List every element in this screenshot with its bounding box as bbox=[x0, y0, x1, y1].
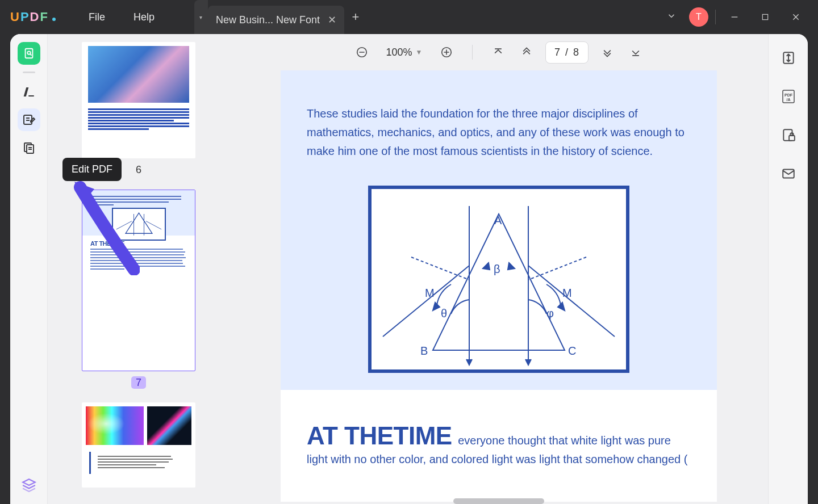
window-controls: T bbox=[656, 5, 818, 29]
zoom-level-display[interactable]: 100%▼ bbox=[386, 47, 423, 58]
svg-marker-38 bbox=[483, 263, 490, 270]
protect-button[interactable] bbox=[777, 124, 800, 146]
edit-pdf-button[interactable] bbox=[18, 108, 40, 131]
svg-marker-29 bbox=[433, 214, 565, 350]
zoom-out-button[interactable] bbox=[352, 43, 372, 62]
thumbnail-label-7: 7 bbox=[66, 377, 211, 389]
titlebar: UPDF File Help ▾ New Busin... New Font ✕… bbox=[0, 0, 818, 34]
prev-page-button[interactable] bbox=[517, 43, 536, 62]
page-heading: AT THETIME bbox=[307, 422, 452, 450]
tab-area: ▾ New Busin... New Font ✕ + bbox=[194, 0, 367, 34]
intro-paragraph: These studies laid the foundation for th… bbox=[307, 104, 691, 161]
svg-marker-37 bbox=[558, 303, 565, 310]
diagram-label-M1: M bbox=[425, 287, 435, 300]
svg-rect-45 bbox=[789, 136, 795, 141]
thumbnail-page-8[interactable] bbox=[82, 402, 195, 488]
comment-tool-button[interactable] bbox=[18, 80, 40, 103]
annotation-arrow bbox=[72, 179, 140, 275]
diagram-label-M2: M bbox=[562, 287, 572, 300]
tab-title: New Busin... New Font bbox=[216, 14, 320, 26]
page-number-input[interactable]: 7 / 8 bbox=[545, 41, 589, 64]
svg-line-35 bbox=[528, 257, 586, 280]
svg-marker-39 bbox=[508, 263, 515, 270]
divider bbox=[715, 10, 716, 24]
convert-button[interactable] bbox=[777, 47, 800, 69]
chevron-down-icon[interactable] bbox=[666, 11, 677, 23]
tab-dropdown-trigger[interactable]: ▾ bbox=[194, 0, 208, 34]
main-menu: File Help bbox=[66, 11, 177, 23]
page-blue-band: These studies laid the foundation for th… bbox=[281, 70, 717, 390]
pdfa-button[interactable]: PDF/A bbox=[777, 85, 800, 108]
svg-text:PDF: PDF bbox=[784, 93, 793, 97]
diagram-label-theta: θ bbox=[441, 307, 447, 320]
svg-rect-4 bbox=[25, 49, 32, 58]
share-button[interactable] bbox=[777, 162, 800, 185]
divider bbox=[472, 45, 473, 60]
organize-pages-button[interactable] bbox=[18, 137, 40, 159]
close-window-button[interactable] bbox=[784, 5, 808, 29]
layers-button[interactable] bbox=[18, 473, 40, 496]
divider bbox=[23, 72, 35, 73]
diagram-label-A: A bbox=[494, 214, 502, 227]
left-toolbar bbox=[10, 34, 48, 504]
next-page-button[interactable] bbox=[598, 43, 617, 62]
zoom-in-button[interactable] bbox=[437, 43, 456, 62]
right-toolbar: PDF/A bbox=[768, 34, 808, 504]
svg-marker-36 bbox=[433, 303, 440, 310]
edit-pdf-tooltip: Edit PDF bbox=[62, 158, 122, 181]
minimize-button[interactable] bbox=[723, 5, 746, 29]
new-tab-button[interactable]: + bbox=[344, 10, 367, 24]
diagram-label-B: B bbox=[420, 345, 428, 358]
menu-help[interactable]: Help bbox=[133, 11, 155, 23]
chevron-down-icon: ▼ bbox=[416, 48, 423, 56]
document-viewer: 100%▼ 7 / 8 These studie bbox=[229, 34, 768, 504]
svg-text:/A: /A bbox=[786, 98, 790, 102]
reader-mode-button[interactable] bbox=[18, 42, 40, 65]
menu-file[interactable]: File bbox=[89, 11, 105, 23]
page-area[interactable]: These studies laid the foundation for th… bbox=[229, 70, 768, 504]
svg-rect-1 bbox=[762, 14, 767, 19]
last-page-button[interactable] bbox=[626, 43, 645, 62]
app-body: Edit PDF 6 bbox=[10, 34, 808, 504]
svg-line-6 bbox=[30, 54, 31, 56]
horizontal-scrollbar[interactable] bbox=[453, 498, 544, 504]
document-page: These studies laid the foundation for th… bbox=[281, 70, 717, 502]
diagram-label-phi: φ bbox=[546, 307, 554, 320]
maximize-button[interactable] bbox=[753, 5, 777, 29]
svg-line-34 bbox=[411, 257, 469, 280]
thumbnail-page-6[interactable] bbox=[82, 42, 195, 158]
diagram-label-beta: β bbox=[494, 263, 500, 276]
prism-diagram: A B C M M β θ φ bbox=[368, 186, 629, 373]
close-tab-button[interactable]: ✕ bbox=[328, 14, 336, 26]
diagram-label-C: C bbox=[568, 345, 576, 358]
logo: UPDF bbox=[0, 10, 66, 24]
viewer-toolbar: 100%▼ 7 / 8 bbox=[229, 34, 768, 70]
user-avatar[interactable]: T bbox=[689, 7, 708, 27]
svg-marker-14 bbox=[23, 479, 35, 485]
first-page-button[interactable] bbox=[489, 43, 508, 62]
document-tab[interactable]: New Busin... New Font ✕ bbox=[208, 6, 344, 34]
